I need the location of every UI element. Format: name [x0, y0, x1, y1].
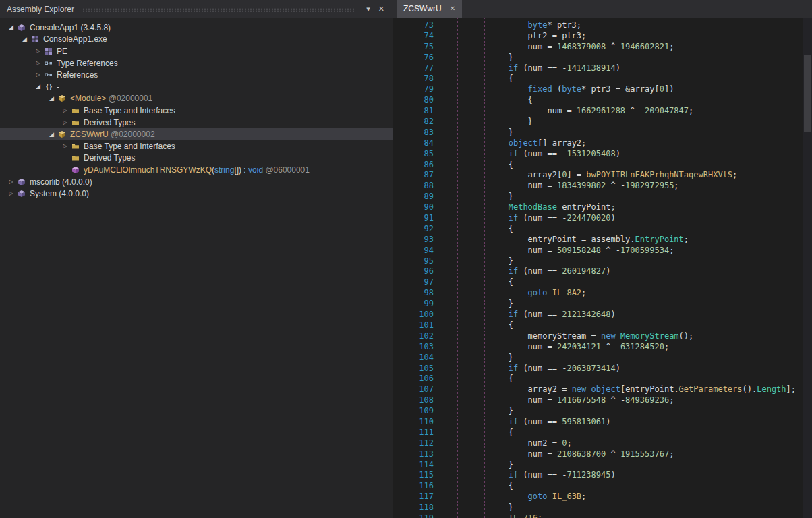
- code-lines: 73 byte* ptr3;74 ptr2 = ptr3;75 num = 14…: [393, 20, 812, 518]
- code-line[interactable]: 102 memoryStream = new MemoryStream();: [393, 331, 812, 342]
- code-text: goto IL_63B;: [440, 492, 586, 502]
- code-line[interactable]: 110 if (num == 595813061): [393, 417, 812, 428]
- code-line[interactable]: 106 {: [393, 374, 812, 384]
- code-line[interactable]: 94 num = 509158248 ^ -1700599534;: [393, 246, 812, 256]
- tree-item-consoleapp1[interactable]: ◢ConsoleApp1 (3.4.5.8): [0, 22, 393, 34]
- code-line[interactable]: 103 num = 242034121 ^ -631284520;: [393, 342, 812, 353]
- code-line[interactable]: 87 array2[0] = bwPOYIIRLnFAKPrhqhNTaqewR…: [393, 170, 812, 181]
- code-text: if (num == -1531205408): [440, 149, 620, 160]
- code-line[interactable]: 98 goto IL_8A2;: [393, 288, 812, 299]
- code-line[interactable]: 115 if (num == -711238945): [393, 470, 812, 481]
- expand-arrow-icon[interactable]: ▷: [32, 72, 44, 78]
- tree-item-derived-types-zcswwru[interactable]: Derived Types: [0, 152, 393, 165]
- code-line[interactable]: 92 {: [393, 224, 812, 235]
- expand-arrow-icon[interactable]: ▷: [5, 179, 17, 185]
- tree-item-label: -: [57, 82, 59, 92]
- code-line[interactable]: 97 {: [393, 277, 812, 288]
- expand-arrow-icon[interactable]: ▷: [32, 49, 44, 54]
- code-line[interactable]: 80 {: [393, 95, 812, 106]
- tree-item-label: System (4.0.0.0): [30, 189, 89, 198]
- code-line[interactable]: 108 num = 1416675548 ^ -849369236;: [393, 395, 812, 406]
- collapse-arrow-icon[interactable]: ◢: [46, 96, 57, 102]
- code-line[interactable]: 78 {: [393, 74, 812, 84]
- code-line[interactable]: 99 }: [393, 299, 812, 310]
- code-line[interactable]: 81 num = 1662961288 ^ -209047847;: [393, 106, 812, 117]
- tree-item-references[interactable]: ▷References: [0, 69, 393, 81]
- panel-drag-grip: [82, 8, 355, 12]
- code-text: num = 1662961288 ^ -209047847;: [440, 106, 693, 117]
- code-line[interactable]: 114 }: [393, 460, 812, 471]
- tree-item-system[interactable]: ▷System (4.0.0.0): [0, 188, 393, 200]
- tree-item-module-type[interactable]: ◢<Module> @02000001: [0, 93, 393, 105]
- line-number: 103: [393, 342, 440, 353]
- code-line[interactable]: 90 MethodBase entryPoint;: [393, 202, 812, 213]
- panel-menu-icon[interactable]: ▾: [362, 4, 374, 14]
- collapse-arrow-icon[interactable]: ◢: [46, 132, 57, 138]
- code-line[interactable]: 89 }: [393, 192, 812, 202]
- code-line[interactable]: 118 }: [393, 502, 812, 513]
- scrollbar-thumb[interactable]: [804, 55, 811, 132]
- code-editor[interactable]: 73 byte* ptr3;74 ptr2 = ptr3;75 num = 14…: [393, 18, 812, 518]
- code-line[interactable]: 117 goto IL_63B;: [393, 492, 812, 502]
- tree-item-consoleapp1-exe[interactable]: ◢ConsoleApp1.exe: [0, 34, 393, 46]
- code-line[interactable]: 101 {: [393, 320, 812, 331]
- code-line[interactable]: 74 ptr2 = ptr3;: [393, 31, 812, 42]
- code-line[interactable]: 73 byte* ptr3;: [393, 20, 812, 31]
- code-line[interactable]: 77 if (num == -1414138914): [393, 63, 812, 74]
- code-line[interactable]: 88 num = 1834399802 ^ -1982972955;: [393, 181, 812, 192]
- code-line[interactable]: 105 if (num == -2063873414): [393, 364, 812, 374]
- collapse-arrow-icon[interactable]: ◢: [19, 36, 30, 42]
- code-line[interactable]: 119 IL_716:: [393, 513, 812, 518]
- code-line[interactable]: 116 {: [393, 481, 812, 492]
- tree-item-zcswwru-type[interactable]: ◢ZCSWwrU @02000002: [0, 128, 393, 140]
- collapse-arrow-icon[interactable]: ◢: [5, 24, 17, 30]
- code-line[interactable]: 95 }: [393, 256, 812, 267]
- line-number: 82: [393, 117, 440, 127]
- code-line[interactable]: 113 num = 2108638700 ^ 1915553767;: [393, 449, 812, 460]
- code-line[interactable]: 79 fixed (byte* ptr3 = &array[0]): [393, 84, 812, 95]
- code-line[interactable]: 91 if (num == -224470020): [393, 213, 812, 224]
- tab-close-icon[interactable]: ✕: [450, 5, 455, 12]
- tree-item-mscorlib[interactable]: ▷mscorlib (4.0.0.0): [0, 176, 393, 188]
- assembly-explorer-panel: Assembly Explorer ▾ ✕ ◢ConsoleApp1 (3.4.…: [0, 0, 393, 518]
- collapse-arrow-icon[interactable]: ◢: [32, 84, 44, 90]
- code-line[interactable]: 86 {: [393, 160, 812, 171]
- code-line[interactable]: 76 }: [393, 53, 812, 63]
- tree-item-namespace-dash[interactable]: ◢{ }-: [0, 81, 393, 93]
- code-line[interactable]: 96 if (num == 260194827): [393, 266, 812, 277]
- code-line[interactable]: 109 }: [393, 406, 812, 417]
- code-line[interactable]: 112 num2 = 0;: [393, 438, 812, 449]
- tab-zcswwru[interactable]: ZCSWwrU ✕: [397, 0, 462, 18]
- code-line[interactable]: 100 if (num == 2121342648): [393, 310, 812, 320]
- code-line[interactable]: 75 num = 1468379008 ^ 1946602821;: [393, 42, 812, 53]
- code-line[interactable]: 83 }: [393, 127, 812, 138]
- code-text: }: [440, 502, 513, 513]
- tree-item-pe[interactable]: ▷PE: [0, 45, 393, 57]
- line-number: 117: [393, 492, 440, 502]
- code-text: IL_716:: [440, 513, 542, 518]
- line-number: 79: [393, 84, 440, 95]
- code-line[interactable]: 104 }: [393, 353, 812, 364]
- tree-item-base-type-and-interfaces-zcswwru[interactable]: ▷Base Type and Interfaces: [0, 140, 393, 152]
- line-number: 90: [393, 202, 440, 213]
- code-line[interactable]: 84 object[] array2;: [393, 138, 812, 149]
- code-line[interactable]: 82 }: [393, 117, 812, 127]
- expand-arrow-icon[interactable]: ▷: [5, 191, 17, 196]
- line-number: 86: [393, 160, 440, 171]
- panel-close-icon[interactable]: ✕: [374, 4, 388, 14]
- expand-arrow-icon[interactable]: ▷: [59, 108, 71, 113]
- editor-scrollbar[interactable]: [803, 18, 812, 518]
- tree-item-type-references[interactable]: ▷Type References: [0, 57, 393, 69]
- code-line[interactable]: 85 if (num == -1531205408): [393, 149, 812, 160]
- tree-item-base-type-and-interfaces-module[interactable]: ▷Base Type and Interfaces: [0, 105, 393, 117]
- tree-item-derived-types-module[interactable]: ▷Derived Types: [0, 117, 393, 129]
- expand-arrow-icon[interactable]: ▷: [59, 120, 71, 125]
- code-text: if (num == 595813061): [440, 417, 610, 428]
- code-line[interactable]: 111 {: [393, 428, 812, 438]
- code-line[interactable]: 107 array2 = new object[entryPoint.GetPa…: [393, 384, 812, 395]
- code-line[interactable]: 93 entryPoint = assembly.EntryPoint;: [393, 235, 812, 246]
- tree-item-method-ydaumcll[interactable]: yDAuMCLlOlmnuchTRNSGYWzKQ(string[]) : vo…: [0, 164, 393, 176]
- line-number: 100: [393, 310, 440, 320]
- expand-arrow-icon[interactable]: ▷: [59, 144, 71, 149]
- expand-arrow-icon[interactable]: ▷: [32, 61, 44, 66]
